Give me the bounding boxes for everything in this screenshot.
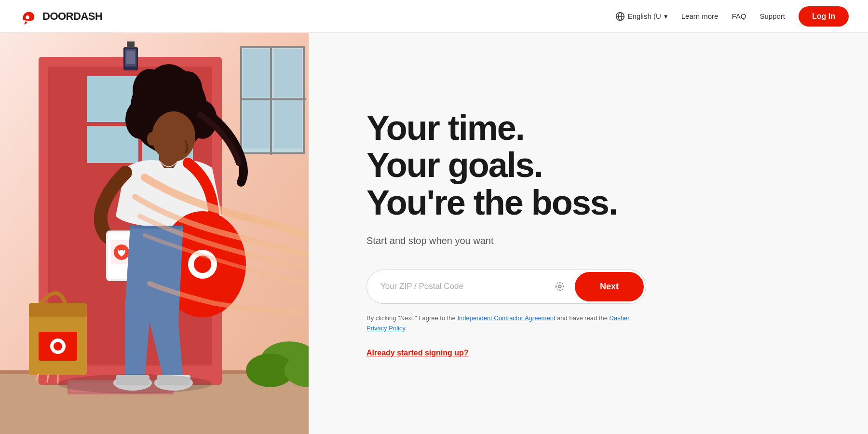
- doordash-logo-icon: [19, 7, 38, 26]
- location-icon-button[interactable]: [547, 270, 573, 303]
- brand-name: DOORDASH: [42, 10, 102, 23]
- svg-point-62: [558, 285, 561, 288]
- svg-rect-20: [274, 49, 302, 97]
- svg-line-31: [47, 375, 48, 382]
- navbar-left: DOORDASH: [19, 7, 102, 26]
- legal-middle: and have read the: [556, 314, 610, 322]
- svg-point-56: [152, 111, 195, 162]
- svg-rect-15: [127, 41, 135, 48]
- navbar: DOORDASH English (U ▾ Learn more FAQ Sup…: [0, 0, 868, 33]
- svg-point-58: [58, 374, 212, 393]
- next-button[interactable]: Next: [575, 272, 644, 301]
- svg-rect-17: [126, 51, 135, 64]
- language-label: English (U: [628, 12, 661, 20]
- language-selector[interactable]: English (U ▾: [615, 12, 668, 21]
- logo-link[interactable]: DOORDASH: [19, 7, 102, 26]
- svg-point-0: [26, 15, 29, 19]
- svg-rect-22: [274, 100, 302, 149]
- navbar-right: English (U ▾ Learn more FAQ Support Log …: [615, 6, 849, 27]
- svg-rect-24: [241, 98, 306, 100]
- location-icon: [555, 281, 565, 292]
- headline-line2: Your goals.: [366, 146, 542, 184]
- login-button[interactable]: Log In: [799, 6, 849, 27]
- globe-icon: [615, 12, 625, 21]
- svg-rect-19: [243, 49, 271, 97]
- svg-point-29: [54, 342, 62, 351]
- hero-headline: Your time. Your goals. You're the boss.: [366, 109, 646, 222]
- hero-content: Your time. Your goals. You're the boss. …: [366, 109, 646, 358]
- legal-text: By clicking "Next," I agree to the Indep…: [366, 313, 637, 334]
- main-content: Your time. Your goals. You're the boss. …: [0, 0, 868, 434]
- signup-form: Next: [366, 270, 646, 304]
- svg-rect-21: [243, 100, 271, 149]
- chevron-down-icon: ▾: [664, 12, 668, 21]
- svg-point-57: [147, 132, 157, 146]
- faq-link[interactable]: FAQ: [732, 12, 746, 20]
- svg-point-40: [149, 64, 188, 98]
- legal-suffix: .: [405, 325, 407, 332]
- svg-rect-26: [29, 303, 87, 317]
- legal-prefix: By clicking "Next," I agree to the: [366, 314, 457, 322]
- contractor-agreement-link[interactable]: Independent Contractor Agreement: [457, 314, 555, 322]
- hero-illustration: [0, 33, 309, 434]
- svg-rect-23: [270, 47, 272, 155]
- support-link[interactable]: Support: [760, 12, 785, 20]
- zip-input[interactable]: [367, 270, 547, 303]
- illustration-panel: [0, 33, 309, 434]
- hero-subheadline: Start and stop when you want: [366, 235, 646, 246]
- already-signed-up-link[interactable]: Already started signing up?: [366, 349, 469, 357]
- learn-more-link[interactable]: Learn more: [681, 12, 719, 20]
- headline-line1: Your time.: [366, 108, 524, 147]
- right-panel: Your time. Your goals. You're the boss. …: [309, 33, 868, 434]
- svg-point-63: [556, 283, 564, 291]
- headline-line3: You're the boss.: [366, 183, 617, 222]
